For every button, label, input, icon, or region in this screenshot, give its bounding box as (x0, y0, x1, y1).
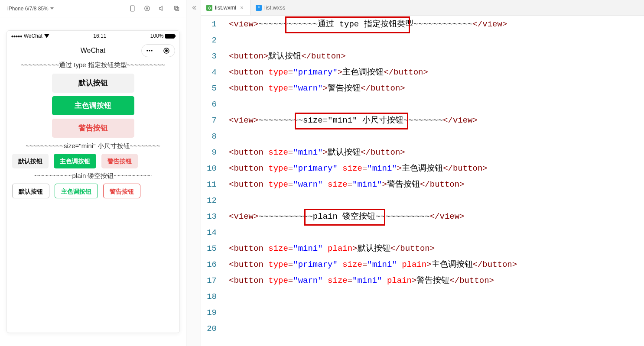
tab-list-wxss[interactable]: #list.wxss (250, 0, 291, 15)
code-line[interactable]: <view>~~~~~~~~~~~~通过 type 指定按钮类型~~~~~~~~… (229, 16, 644, 32)
svg-point-7 (151, 50, 153, 52)
code-line[interactable]: <button size="mini">默认按钮</button> (229, 145, 644, 161)
code-line[interactable] (229, 97, 644, 113)
code-line[interactable] (229, 289, 644, 305)
svg-rect-2 (146, 8, 148, 9)
mini-button-row: 默认按钮 主色调按钮 警告按钮 (7, 151, 179, 171)
button-warn[interactable]: 警告按钮 (52, 119, 134, 138)
simulator-toolbar: iPhone 6/7/8 85% (0, 0, 186, 17)
code-area[interactable]: 1234567891011121314151617181920 <view>~~… (201, 16, 644, 346)
code-line[interactable]: <button type="primary" size="mini">主色调按钮… (229, 161, 644, 177)
code-line[interactable]: <button type="primary">主色调按钮</button> (229, 65, 644, 81)
chevron-down-icon (50, 7, 54, 10)
code-line[interactable] (229, 321, 644, 337)
tab-label: list.wxss (264, 4, 285, 11)
code-line[interactable]: <button type="warn">警告按钮</button> (229, 81, 644, 97)
wxss-file-icon: # (256, 5, 262, 11)
code-line[interactable] (229, 305, 644, 321)
capsule-close-button[interactable] (158, 45, 175, 57)
nav-title: WeChat (81, 47, 106, 55)
editor-panel: ◇list.wxml×#list.wxss 123456789101112131… (201, 0, 644, 346)
wifi-icon (44, 34, 49, 38)
tab-list-wxml[interactable]: ◇list.wxml× (201, 0, 250, 15)
close-icon[interactable]: × (239, 5, 245, 11)
code-line[interactable] (229, 193, 644, 209)
clock-label: 16:11 (93, 33, 106, 39)
svg-point-5 (146, 50, 148, 52)
status-left: ●●●●● WeChat (11, 33, 49, 39)
section-title-plain: ~~~~~~~~~~plain 镂空按钮~~~~~~~~~~ (7, 171, 179, 181)
line-numbers: 1234567891011121314151617181920 (201, 16, 224, 346)
code-line[interactable]: <view>~~~~~~~~~size="mini" 小尺寸按钮~~~~~~~~… (229, 113, 644, 129)
button-mini-primary[interactable]: 主色调按钮 (54, 154, 96, 168)
section-title-mini: ~~~~~~~~~~size="mini" 小尺寸按钮~~~~~~~~ (7, 141, 179, 151)
nav-bar: WeChat (7, 41, 179, 60)
device-label: iPhone 6/7/8 85% (7, 6, 49, 12)
code-source[interactable]: <view>~~~~~~~~~~~~通过 type 指定按钮类型~~~~~~~~… (224, 16, 644, 346)
code-line[interactable] (229, 32, 644, 49)
code-line[interactable] (229, 225, 644, 241)
wxml-file-icon: ◇ (206, 5, 212, 11)
section-title-type: ~~~~~~~~~~通过 type 指定按钮类型~~~~~~~~~~ (7, 60, 179, 70)
code-line[interactable]: <button type="warn" size="mini">警告按钮</bu… (229, 177, 644, 193)
battery-icon (165, 34, 175, 39)
carrier-label: WeChat (24, 33, 42, 39)
refresh-icon[interactable] (141, 3, 153, 15)
svg-point-6 (149, 50, 150, 52)
code-line[interactable] (229, 129, 644, 145)
mute-icon[interactable] (156, 3, 168, 15)
svg-point-9 (165, 50, 167, 52)
plain-button-row: 默认按钮 主色调按钮 警告按钮 (7, 181, 179, 201)
button-mini-default[interactable]: 默认按钮 (12, 154, 49, 168)
svg-rect-0 (130, 6, 134, 11)
button-mini-warn[interactable]: 警告按钮 (101, 154, 138, 168)
cut-icon[interactable] (170, 3, 182, 15)
code-line[interactable]: <button type="warn" size="mini" plain>警告… (229, 273, 644, 289)
device-select[interactable]: iPhone 6/7/8 85% (3, 3, 58, 14)
code-line[interactable]: <button>默认按钮</button> (229, 49, 644, 65)
collapse-icon (190, 4, 197, 11)
status-bar: ●●●●● WeChat 16:11 100% (7, 31, 179, 41)
tab-label: list.wxml (215, 4, 236, 11)
capsule (141, 44, 175, 57)
battery-label: 100% (150, 33, 164, 39)
button-default[interactable]: 默认按钮 (52, 74, 134, 93)
capsule-menu-button[interactable] (142, 45, 158, 57)
button-primary[interactable]: 主色调按钮 (52, 96, 134, 115)
signal-icon: ●●●●● (11, 34, 22, 39)
panel-gutter[interactable] (186, 0, 201, 346)
simulator-viewport: ●●●●● WeChat 16:11 100% WeChat (0, 17, 186, 346)
code-line[interactable]: <view>~~~~~~~~~~~plain 镂空按钮~~~~~~~~~~~</… (229, 209, 644, 225)
status-right: 100% (150, 33, 175, 39)
phone-frame: ●●●●● WeChat 16:11 100% WeChat (7, 30, 180, 333)
orientation-icon[interactable] (126, 3, 138, 15)
editor-tabs: ◇list.wxml×#list.wxss (201, 0, 644, 16)
page-content: ~~~~~~~~~~通过 type 指定按钮类型~~~~~~~~~~ 默认按钮 … (7, 60, 179, 333)
simulator-panel: iPhone 6/7/8 85% ●●●●● WeChat 16:11 (0, 0, 186, 346)
button-plain-primary[interactable]: 主色调按钮 (55, 184, 98, 198)
code-line[interactable]: <button size="mini" plain>默认按钮</button> (229, 241, 644, 257)
code-line[interactable]: <button type="primary" size="mini" plain… (229, 257, 644, 273)
button-plain-warn[interactable]: 警告按钮 (103, 184, 140, 198)
button-plain-default[interactable]: 默认按钮 (12, 184, 49, 198)
